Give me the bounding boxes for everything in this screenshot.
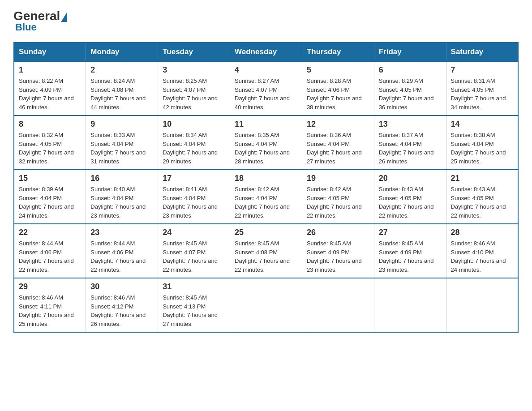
calendar-cell: 28Sunrise: 8:46 AMSunset: 4:10 PMDayligh… <box>446 224 518 278</box>
calendar-cell: 2Sunrise: 8:24 AMSunset: 4:08 PMDaylight… <box>86 61 158 116</box>
day-number: 14 <box>451 120 513 129</box>
day-number: 7 <box>451 65 513 75</box>
day-number: 3 <box>163 65 225 75</box>
day-info: Sunrise: 8:22 AMSunset: 4:09 PMDaylight:… <box>19 77 81 111</box>
day-info: Sunrise: 8:46 AMSunset: 4:10 PMDaylight:… <box>451 239 513 274</box>
day-number: 30 <box>90 282 153 291</box>
weekday-header-wednesday: Wednesday <box>230 43 302 61</box>
calendar-cell: 20Sunrise: 8:43 AMSunset: 4:05 PMDayligh… <box>374 170 446 224</box>
day-info: Sunrise: 8:45 AMSunset: 4:09 PMDaylight:… <box>379 239 442 274</box>
day-info: Sunrise: 8:43 AMSunset: 4:05 PMDaylight:… <box>379 185 442 220</box>
day-info: Sunrise: 8:44 AMSunset: 4:06 PMDaylight:… <box>19 239 81 274</box>
day-number: 17 <box>163 174 225 183</box>
calendar-cell: 19Sunrise: 8:42 AMSunset: 4:05 PMDayligh… <box>302 170 374 224</box>
calendar-body: 1Sunrise: 8:22 AMSunset: 4:09 PMDaylight… <box>14 61 518 332</box>
day-number: 8 <box>19 120 81 129</box>
day-info: Sunrise: 8:25 AMSunset: 4:07 PMDaylight:… <box>163 77 225 111</box>
calendar-cell <box>446 278 518 332</box>
calendar-week-2: 8Sunrise: 8:32 AMSunset: 4:05 PMDaylight… <box>14 116 518 170</box>
weekday-header-saturday: Saturday <box>446 43 518 61</box>
day-info: Sunrise: 8:29 AMSunset: 4:05 PMDaylight:… <box>379 77 442 111</box>
calendar-cell: 18Sunrise: 8:42 AMSunset: 4:04 PMDayligh… <box>230 170 302 224</box>
day-info: Sunrise: 8:32 AMSunset: 4:05 PMDaylight:… <box>19 131 81 166</box>
day-number: 16 <box>90 174 153 183</box>
calendar-cell: 23Sunrise: 8:44 AMSunset: 4:06 PMDayligh… <box>86 224 158 278</box>
calendar-cell: 30Sunrise: 8:46 AMSunset: 4:12 PMDayligh… <box>86 278 158 332</box>
day-info: Sunrise: 8:42 AMSunset: 4:04 PMDaylight:… <box>235 185 297 220</box>
day-number: 24 <box>163 228 225 237</box>
calendar-header: SundayMondayTuesdayWednesdayThursdayFrid… <box>14 43 518 61</box>
logo: General Blue <box>13 9 68 33</box>
day-info: Sunrise: 8:46 AMSunset: 4:11 PMDaylight:… <box>19 293 81 328</box>
day-info: Sunrise: 8:31 AMSunset: 4:05 PMDaylight:… <box>451 77 513 111</box>
day-info: Sunrise: 8:41 AMSunset: 4:04 PMDaylight:… <box>163 185 225 220</box>
day-info: Sunrise: 8:45 AMSunset: 4:13 PMDaylight:… <box>163 293 225 328</box>
day-info: Sunrise: 8:45 AMSunset: 4:07 PMDaylight:… <box>163 239 225 274</box>
day-number: 5 <box>307 65 369 75</box>
calendar-week-4: 22Sunrise: 8:44 AMSunset: 4:06 PMDayligh… <box>14 224 518 278</box>
day-info: Sunrise: 8:35 AMSunset: 4:04 PMDaylight:… <box>235 131 297 166</box>
calendar-week-1: 1Sunrise: 8:22 AMSunset: 4:09 PMDaylight… <box>14 61 518 116</box>
day-info: Sunrise: 8:45 AMSunset: 4:09 PMDaylight:… <box>307 239 369 274</box>
day-info: Sunrise: 8:44 AMSunset: 4:06 PMDaylight:… <box>90 239 153 274</box>
weekday-header-friday: Friday <box>374 43 446 61</box>
calendar-cell: 27Sunrise: 8:45 AMSunset: 4:09 PMDayligh… <box>374 224 446 278</box>
calendar-cell: 21Sunrise: 8:43 AMSunset: 4:05 PMDayligh… <box>446 170 518 224</box>
calendar-cell: 17Sunrise: 8:41 AMSunset: 4:04 PMDayligh… <box>158 170 230 224</box>
day-info: Sunrise: 8:28 AMSunset: 4:06 PMDaylight:… <box>307 77 369 111</box>
calendar-cell: 12Sunrise: 8:36 AMSunset: 4:04 PMDayligh… <box>302 116 374 170</box>
calendar-cell: 29Sunrise: 8:46 AMSunset: 4:11 PMDayligh… <box>14 278 86 332</box>
calendar-cell: 31Sunrise: 8:45 AMSunset: 4:13 PMDayligh… <box>158 278 230 332</box>
calendar-cell: 4Sunrise: 8:27 AMSunset: 4:07 PMDaylight… <box>230 61 302 116</box>
day-number: 26 <box>307 228 369 237</box>
calendar-cell: 7Sunrise: 8:31 AMSunset: 4:05 PMDaylight… <box>446 61 518 116</box>
calendar-cell: 10Sunrise: 8:34 AMSunset: 4:04 PMDayligh… <box>158 116 230 170</box>
day-info: Sunrise: 8:45 AMSunset: 4:08 PMDaylight:… <box>235 239 297 274</box>
calendar-cell: 15Sunrise: 8:39 AMSunset: 4:04 PMDayligh… <box>14 170 86 224</box>
day-info: Sunrise: 8:40 AMSunset: 4:04 PMDaylight:… <box>90 185 153 220</box>
day-info: Sunrise: 8:33 AMSunset: 4:04 PMDaylight:… <box>90 131 153 166</box>
day-info: Sunrise: 8:43 AMSunset: 4:05 PMDaylight:… <box>451 185 513 220</box>
calendar-cell: 14Sunrise: 8:38 AMSunset: 4:04 PMDayligh… <box>446 116 518 170</box>
day-number: 15 <box>19 174 81 183</box>
page-header: General Blue <box>13 9 519 33</box>
day-info: Sunrise: 8:34 AMSunset: 4:04 PMDaylight:… <box>163 131 225 166</box>
day-number: 29 <box>19 282 81 291</box>
calendar-cell: 11Sunrise: 8:35 AMSunset: 4:04 PMDayligh… <box>230 116 302 170</box>
day-info: Sunrise: 8:27 AMSunset: 4:07 PMDaylight:… <box>235 77 297 111</box>
day-info: Sunrise: 8:38 AMSunset: 4:04 PMDaylight:… <box>451 131 513 166</box>
day-number: 9 <box>90 120 153 129</box>
day-number: 21 <box>451 174 513 183</box>
calendar-cell: 6Sunrise: 8:29 AMSunset: 4:05 PMDaylight… <box>374 61 446 116</box>
day-number: 28 <box>451 228 513 237</box>
calendar-cell: 25Sunrise: 8:45 AMSunset: 4:08 PMDayligh… <box>230 224 302 278</box>
calendar-cell <box>374 278 446 332</box>
day-number: 27 <box>379 228 442 237</box>
day-info: Sunrise: 8:39 AMSunset: 4:04 PMDaylight:… <box>19 185 81 220</box>
weekday-header-thursday: Thursday <box>302 43 374 61</box>
weekday-header-row: SundayMondayTuesdayWednesdayThursdayFrid… <box>14 43 518 61</box>
weekday-header-tuesday: Tuesday <box>158 43 230 61</box>
calendar-cell <box>302 278 374 332</box>
calendar-cell: 8Sunrise: 8:32 AMSunset: 4:05 PMDaylight… <box>14 116 86 170</box>
day-number: 20 <box>379 174 442 183</box>
logo-triangle-icon <box>61 12 67 22</box>
day-number: 10 <box>163 120 225 129</box>
day-number: 13 <box>379 120 442 129</box>
day-number: 31 <box>163 282 225 291</box>
day-number: 18 <box>235 174 297 183</box>
day-info: Sunrise: 8:46 AMSunset: 4:12 PMDaylight:… <box>90 293 153 328</box>
calendar-cell: 22Sunrise: 8:44 AMSunset: 4:06 PMDayligh… <box>14 224 86 278</box>
calendar-cell: 3Sunrise: 8:25 AMSunset: 4:07 PMDaylight… <box>158 61 230 116</box>
calendar-week-3: 15Sunrise: 8:39 AMSunset: 4:04 PMDayligh… <box>14 170 518 224</box>
day-number: 11 <box>235 120 297 129</box>
calendar-cell <box>230 278 302 332</box>
calendar-cell: 24Sunrise: 8:45 AMSunset: 4:07 PMDayligh… <box>158 224 230 278</box>
day-number: 4 <box>235 65 297 75</box>
day-info: Sunrise: 8:37 AMSunset: 4:04 PMDaylight:… <box>379 131 442 166</box>
calendar-week-5: 29Sunrise: 8:46 AMSunset: 4:11 PMDayligh… <box>14 278 518 332</box>
day-number: 25 <box>235 228 297 237</box>
day-info: Sunrise: 8:24 AMSunset: 4:08 PMDaylight:… <box>90 77 153 111</box>
calendar-cell: 26Sunrise: 8:45 AMSunset: 4:09 PMDayligh… <box>302 224 374 278</box>
logo-blue-text: Blue <box>15 21 37 33</box>
